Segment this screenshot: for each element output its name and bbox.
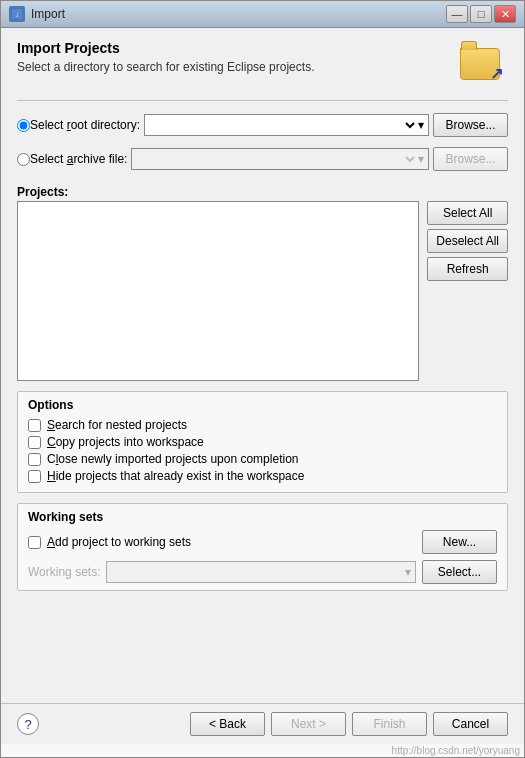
- hide-checkbox[interactable]: [28, 470, 41, 483]
- add-working-sets-label: Add project to working sets: [47, 535, 191, 549]
- archive-file-select: [136, 151, 418, 167]
- root-directory-radio[interactable]: [17, 119, 30, 132]
- maximize-button[interactable]: □: [470, 5, 492, 23]
- combo-arrow-icon: ▾: [418, 118, 424, 132]
- dialog-title: Import Projects: [17, 40, 314, 56]
- nested-label: Search for nested projects: [47, 418, 187, 432]
- root-directory-label: Select root directory:: [30, 118, 140, 132]
- browse-root-button[interactable]: Browse...: [433, 113, 508, 137]
- option-nested: Search for nested projects: [28, 418, 497, 432]
- combo-arrow-icon2: ▾: [418, 152, 424, 166]
- add-working-sets-checkbox[interactable]: [28, 536, 41, 549]
- next-button[interactable]: Next >: [271, 712, 346, 736]
- svg-text:↓: ↓: [15, 10, 19, 19]
- add-working-sets-row: Add project to working sets New...: [28, 530, 497, 554]
- working-sets-combo-label: Working sets:: [28, 565, 100, 579]
- browse-archive-button: Browse...: [433, 147, 508, 171]
- refresh-button[interactable]: Refresh: [427, 257, 508, 281]
- archive-file-combo-area: ▾ Browse...: [131, 147, 508, 171]
- archive-file-row: Select archive file: ▾ Browse...: [17, 147, 508, 171]
- archive-file-radio[interactable]: [17, 153, 30, 166]
- projects-area: Select All Deselect All Refresh: [17, 201, 508, 381]
- options-section: Options Search for nested projects Copy …: [17, 391, 508, 493]
- nav-buttons: < Back Next > Finish Cancel: [190, 712, 508, 736]
- ws-combo-arrow-icon: ▾: [405, 565, 411, 579]
- archive-file-combo[interactable]: ▾: [131, 148, 429, 170]
- header-text: Import Projects Select a directory to se…: [17, 40, 314, 74]
- ws-checkbox-area: Add project to working sets: [28, 535, 191, 549]
- copy-label: Copy projects into workspace: [47, 435, 204, 449]
- folder-icon: ↗: [460, 48, 500, 80]
- header-section: Import Projects Select a directory to se…: [17, 40, 508, 88]
- import-dialog: ↓ Import — □ ✕ Import Projects Select a …: [0, 0, 525, 758]
- copy-checkbox[interactable]: [28, 436, 41, 449]
- working-sets-title: Working sets: [28, 510, 497, 524]
- dialog-subtitle: Select a directory to search for existin…: [17, 60, 314, 74]
- select-all-button[interactable]: Select All: [427, 201, 508, 225]
- working-sets-combo-row: Working sets: ▾ Select...: [28, 560, 497, 584]
- options-title: Options: [28, 398, 497, 412]
- close-checkbox[interactable]: [28, 453, 41, 466]
- projects-buttons: Select All Deselect All Refresh: [427, 201, 508, 281]
- back-button[interactable]: < Back: [190, 712, 265, 736]
- projects-section: Projects: Select All Deselect All Refres…: [17, 181, 508, 381]
- projects-label: Projects:: [17, 185, 508, 199]
- dialog-content: Import Projects Select a directory to se…: [1, 28, 524, 703]
- cancel-button[interactable]: Cancel: [433, 712, 508, 736]
- option-copy: Copy projects into workspace: [28, 435, 497, 449]
- root-directory-combo-area: ▾ Browse...: [144, 113, 508, 137]
- finish-button[interactable]: Finish: [352, 712, 427, 736]
- minimize-button[interactable]: —: [446, 5, 468, 23]
- close-label: Close newly imported projects upon compl…: [47, 452, 298, 466]
- root-directory-row: Select root directory: ▾ Browse...: [17, 113, 508, 137]
- working-sets-combo[interactable]: ▾: [106, 561, 416, 583]
- header-icon-area: ↗: [460, 40, 508, 88]
- close-button[interactable]: ✕: [494, 5, 516, 23]
- deselect-all-button[interactable]: Deselect All: [427, 229, 508, 253]
- folder-arrow-icon: ↗: [490, 64, 503, 83]
- nested-checkbox[interactable]: [28, 419, 41, 432]
- new-working-set-button[interactable]: New...: [422, 530, 497, 554]
- window-icon: ↓: [9, 6, 25, 22]
- projects-list[interactable]: [17, 201, 419, 381]
- window-controls: — □ ✕: [446, 5, 516, 23]
- header-divider: [17, 100, 508, 101]
- option-close: Close newly imported projects upon compl…: [28, 452, 497, 466]
- option-hide: Hide projects that already exist in the …: [28, 469, 497, 483]
- root-directory-select[interactable]: [149, 117, 418, 133]
- select-working-sets-button[interactable]: Select...: [422, 560, 497, 584]
- help-button[interactable]: ?: [17, 713, 39, 735]
- titlebar: ↓ Import — □ ✕: [1, 1, 524, 28]
- working-sets-section: Working sets Add project to working sets…: [17, 503, 508, 591]
- bottom-bar: ? < Back Next > Finish Cancel: [1, 703, 524, 744]
- watermark: http://blog.csdn.net/yoryuang: [1, 744, 524, 757]
- window-title: Import: [31, 7, 440, 21]
- archive-file-label: Select archive file:: [30, 152, 127, 166]
- root-directory-combo[interactable]: ▾: [144, 114, 429, 136]
- hide-label: Hide projects that already exist in the …: [47, 469, 304, 483]
